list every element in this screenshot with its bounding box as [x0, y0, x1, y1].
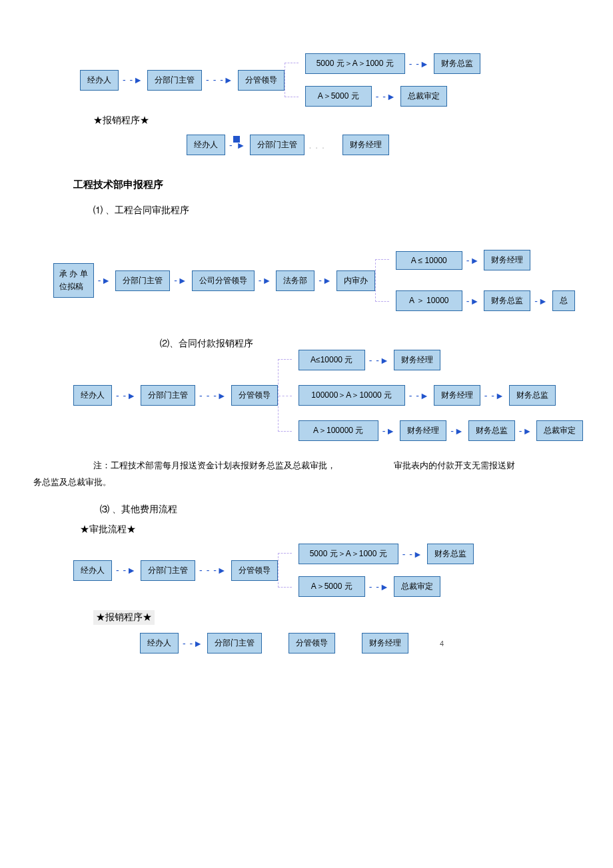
text-line: 审批表内的付款开支无需报送财 — [394, 460, 515, 470]
condition-range-1000-5000: 5000 元＞A＞1000 元 — [299, 544, 398, 564]
decision-split-3way: A≤10000 元 - -► 财务经理 100000＞A＞10000 元 - -… — [278, 350, 584, 441]
arrow-icon: -► — [519, 426, 533, 436]
arrow-icon: - - -► — [199, 565, 227, 576]
note-monthly-plan: 注：工程技术部需每月报送资金计划表报财务总监及总裁审批， 审批表内的付款开支无需… — [93, 458, 600, 490]
node-leader: 分管领导 — [231, 560, 278, 581]
node-handler: 经办人 — [140, 633, 179, 653]
arrow-icon: - -► — [409, 59, 430, 69]
text-line: 位拟稿 — [59, 280, 88, 293]
condition-gt-5000: A＞5000 元 — [299, 576, 365, 597]
arrow-icon: - -► — [369, 355, 390, 366]
condition-10000-100000: 100000＞A＞10000 元 — [299, 385, 405, 406]
condition-gt-5000: A＞5000 元 — [305, 86, 372, 107]
node-cfo: 财务总监 — [509, 385, 556, 406]
flow-other-reimburse: 经办人 - -► 分部门主管 分管领导 财务经理 4 — [140, 633, 600, 653]
node-dept-head: 分部门主管 — [141, 385, 195, 406]
arrow-icon: - - -► — [206, 75, 234, 85]
condition-gt-100000: A＞100000 元 — [299, 420, 378, 441]
node-cfo: 财务总监 — [427, 544, 474, 564]
arrow-icon: - -► — [116, 565, 137, 576]
node-fin-manager: 财务经理 — [394, 350, 440, 370]
node-dept-head: 分部门主管 — [141, 560, 195, 581]
node-fin-manager: 财务经理 — [434, 385, 480, 406]
arrow-icon: - -► — [123, 75, 143, 85]
arrow-icon: - -► — [402, 549, 423, 560]
label-approval-flow: ★审批流程★ — [80, 524, 600, 536]
node-handler: 经办人 — [187, 135, 225, 155]
flow-other-approval: 经办人 - -► 分部门主管 - - -► 分管领导 5000 元＞A＞1000… — [73, 544, 600, 597]
node-leader: 分管领导 — [289, 633, 335, 653]
node-dept-head: 分部门主管 — [115, 270, 170, 291]
decision-split: 5000 元＞A＞1000 元 - -► 财务总监 A＞5000 元 - -► … — [285, 53, 480, 107]
flow-contract-payment: 经办人 - -► 分部门主管 - - -► 分管领导 A≤10000 元 - -… — [73, 350, 600, 441]
sub-contract-payment: ⑵、合同付款报销程序 — [160, 338, 600, 350]
node-ceo-partial: 总 — [552, 290, 575, 311]
node-legal: 法务部 — [276, 270, 314, 291]
arrow-icon: - -► — [116, 390, 137, 401]
node-ceo-decision: 总裁审定 — [536, 420, 583, 441]
decision-split: A ≤ 10000 -► 财务经理 A ＞ 10000 -► 财务总监 -► 总 — [375, 250, 575, 311]
arrow-icon: -► — [466, 296, 480, 306]
condition-range-1000-5000: 5000 元＞A＞1000 元 — [305, 53, 405, 74]
condition-le-10000: A ≤ 10000 — [396, 251, 462, 270]
node-handler: 经办人 — [80, 70, 119, 91]
flow-reimburse-top: 经办人 - ► 分部门主管 . . . 财务经理 — [187, 135, 600, 155]
flow-approval-top: 经办人 - -► 分部门主管 - - -► 分管领导 5000 元＞A＞1000… — [80, 53, 600, 107]
sub-other-expense: ⑶ 、其他费用流程 — [100, 504, 600, 516]
node-fin-manager: 财务经理 — [400, 420, 446, 441]
node-cfo: 财务总监 — [484, 290, 530, 311]
node-cfo: 财务总监 — [434, 53, 480, 74]
node-dept-head: 分部门主管 — [147, 70, 202, 91]
node-dept-head: 分部门主管 — [250, 135, 305, 155]
node-audit-office: 内审办 — [336, 270, 375, 291]
arrow-icon: - ► — [229, 140, 246, 151]
condition-le-10000: A≤10000 元 — [299, 350, 365, 370]
node-handler: 经办人 — [73, 560, 112, 581]
arrow-icon: -► — [382, 426, 396, 436]
arrow-icon: - - -► — [199, 390, 227, 401]
node-leader: 分管领导 — [231, 385, 278, 406]
arrow-icon: - -► — [369, 582, 390, 592]
arrow-icon: . . . — [308, 140, 324, 151]
node-handler: 经办人 — [73, 385, 112, 406]
node-fin-manager: 财务经理 — [342, 135, 389, 155]
node-fin-manager: 财务经理 — [484, 250, 530, 270]
page-number: 4 — [440, 640, 444, 648]
node-draft-unit: 承 办 单 位拟稿 — [53, 263, 94, 298]
arrow-icon: -► — [450, 426, 464, 436]
arrow-icon: -► — [318, 275, 332, 286]
arrow-icon: - -► — [484, 390, 505, 401]
node-company-leader: 公司分管领导 — [192, 270, 255, 291]
text-line: 注：工程技术部需每月报送资金计划表报财务总监及总裁审批， — [93, 460, 336, 470]
flow-contract-approval: 承 办 单 位拟稿 -► 分部门主管 -► 公司分管领导 -► 法务部 -► 内… — [53, 250, 600, 311]
text-line: 承 办 单 — [59, 268, 88, 280]
node-fin-manager: 财务经理 — [362, 633, 408, 653]
node-ceo-decision: 总裁审定 — [394, 576, 440, 597]
node-cfo: 财务总监 — [468, 420, 515, 441]
decision-split: 5000 元＞A＞1000 元 - -► 财务总监 A＞5000 元 - -► … — [278, 544, 474, 597]
arrow-icon: -► — [174, 275, 188, 286]
arrow-icon: -► — [534, 296, 548, 306]
label-reimburse-procedure: ★报销程序★ — [93, 115, 600, 127]
sub-contract-approval: ⑴ 、工程合同审批程序 — [93, 205, 600, 217]
arrow-icon: -► — [259, 275, 273, 286]
arrow-icon: -► — [98, 275, 112, 286]
condition-gt-10000: A ＞ 10000 — [396, 290, 462, 311]
heading-engineering-dept: 工程技术部申报程序 — [73, 179, 600, 191]
node-leader: 分管领导 — [238, 70, 285, 91]
node-ceo-decision: 总裁审定 — [400, 86, 447, 107]
label-reimburse-procedure-2: ★报销程序★ — [93, 610, 155, 625]
text-line: 务总监及总裁审批。 — [33, 477, 111, 487]
arrow-icon: -► — [466, 255, 480, 266]
node-dept-head: 分部门主管 — [207, 633, 262, 653]
arrow-icon: - -► — [409, 390, 430, 401]
arrow-icon: - -► — [376, 91, 396, 102]
arrow-icon: - -► — [183, 638, 203, 649]
